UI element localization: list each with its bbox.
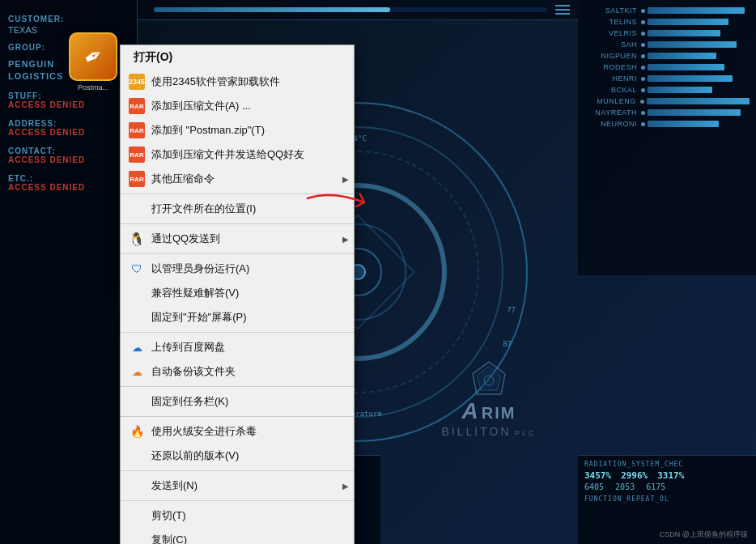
bar-row-sah: SAH — [584, 40, 750, 49]
ctx-item-restore[interactable]: 还原以前的版本(V) — [121, 444, 354, 468]
etc-label: ETC.: — [8, 174, 129, 183]
ctx-more-zip-label: 其他压缩命令 — [151, 172, 214, 186]
ctx-pin-taskbar-label: 固定到任务栏(K) — [151, 394, 228, 409]
bar-row-rodesh: RODESH — [584, 63, 750, 71]
bar-row-neuroni: NEURONI — [584, 120, 750, 128]
app-icon-label: Postma... — [69, 83, 117, 91]
contact-label: CONTACT: — [8, 147, 129, 155]
hamburger-menu[interactable] — [555, 5, 570, 15]
ctx-zip2-icon: RAR — [129, 122, 145, 138]
billiton-text: BILLITON PLC — [442, 424, 537, 439]
hud-num-right2: 87 — [503, 340, 512, 348]
csdn-watermark: CSDN @上班摸鱼的程序猿 — [660, 529, 748, 540]
ctx-more-zip-arrow: ▶ — [342, 175, 349, 184]
ctx-divider-6 — [121, 416, 354, 417]
right-bar-panel: SALTKIT TELINS VELRIS SAH NIGPUEN RODESH… — [578, 0, 756, 275]
ctx-copy-icon — [129, 532, 145, 544]
ctx-item-pin-start[interactable]: 固定到"开始"屏幕(P) — [121, 305, 354, 329]
ctx-item-add-zip-postman[interactable]: RAR 添加到 "Postman.zip"(T) — [121, 118, 354, 142]
context-menu: 打开(O) 2345 使用2345软件管家卸载软件 RAR 添加到压缩文件(A)… — [120, 45, 355, 544]
stuff-label: STUFF: — [8, 91, 129, 100]
ctx-item-send-to[interactable]: 发送到(N) ▶ — [121, 474, 354, 498]
ctx-pin-start-label: 固定到"开始"屏幕(P) — [151, 310, 247, 325]
ctx-item-uninstall[interactable]: 2345 使用2345软件管家卸载软件 — [121, 70, 354, 94]
bar-dot — [641, 9, 645, 13]
ctx-add-zip-send-label: 添加到压缩文件并发送给QQ好友 — [151, 147, 304, 162]
ctx-item-add-zip-send[interactable]: RAR 添加到压缩文件并发送给QQ好友 — [121, 142, 354, 167]
bar-label: MUNLENG — [584, 97, 636, 105]
bar-row-henri: HENRI — [584, 74, 750, 83]
bar-dot — [641, 122, 645, 126]
stat-sub1: 6405 — [584, 482, 604, 491]
ctx-zip1-icon: RAR — [129, 98, 145, 114]
bar-label: TELINS — [584, 18, 637, 26]
contact-denied: ACCESS DENIED — [8, 155, 129, 164]
ctx-compat-label: 兼容性疑难解答(V) — [151, 286, 239, 300]
ctx-pin-icon — [129, 309, 145, 325]
annotation-arrow — [299, 186, 397, 210]
stat-val2: 2996% — [621, 470, 648, 481]
stat-sub3: 6175 — [646, 482, 665, 491]
bar-label: HENRI — [584, 74, 637, 83]
bar-fill — [648, 53, 716, 59]
top-bar — [138, 0, 578, 20]
postman-pen-icon: ✒ — [79, 40, 108, 73]
ctx-item-compat[interactable]: 兼容性疑难解答(V) — [121, 281, 354, 305]
bar-fill — [648, 75, 733, 82]
bar-dot — [641, 32, 645, 36]
arim-brand-rim: RIM — [482, 404, 516, 423]
ctx-item-run-admin[interactable]: 🛡 以管理员身份运行(A) — [121, 257, 354, 281]
ctx-cut-label: 剪切(T) — [151, 508, 186, 523]
ctx-taskbar-icon — [129, 393, 145, 410]
ctx-open-header[interactable]: 打开(O) — [121, 45, 354, 70]
ctx-item-copy[interactable]: 复制(C) — [121, 528, 354, 544]
progress-bar-fill — [154, 7, 390, 12]
bar-fill — [648, 64, 724, 70]
stat-sub2: 2053 — [615, 482, 635, 491]
bar-row-velris: VELRIS — [584, 29, 750, 37]
postman-icon[interactable]: ✒ — [69, 32, 117, 81]
ctx-item-pin-taskbar[interactable]: 固定到任务栏(K) — [121, 389, 354, 414]
bar-dot — [641, 111, 645, 115]
stuff-denied: ACCESS DENIED — [8, 100, 129, 109]
stat-val1: 3457% — [584, 470, 611, 481]
ctx-2345-icon: 2345 — [129, 74, 145, 90]
ctx-uninstall-label: 使用2345软件管家卸载软件 — [151, 74, 280, 89]
ctx-auto-backup-label: 自动备份该文件夹 — [151, 364, 236, 379]
radiation-label: RADIATION_SYSTEM_CHEC — [584, 461, 750, 468]
ctx-item-fire-virus[interactable]: 🔥 使用火绒安全进行杀毒 — [121, 419, 354, 444]
bar-fill — [648, 7, 745, 14]
hud-num-right1: 77 — [507, 306, 516, 314]
bar-fill — [647, 98, 750, 104]
bar-row-telins: TELINS — [584, 18, 750, 26]
ctx-restore-label: 还原以前的版本(V) — [151, 448, 239, 463]
ctx-folder-icon — [129, 201, 145, 217]
ctx-restore-icon — [129, 448, 145, 464]
arim-text-group: A RIM — [462, 398, 516, 424]
stat-sub-row: 6405 2053 6175 — [584, 482, 750, 491]
ctx-item-cut[interactable]: 剪切(T) — [121, 504, 354, 528]
ctx-run-admin-label: 以管理员身份运行(A) — [151, 261, 249, 276]
bar-dot — [641, 43, 645, 47]
billiton-plc: PLC — [515, 429, 537, 437]
ctx-shield-icon: 🛡 — [129, 261, 145, 277]
bar-dot — [641, 20, 645, 24]
ctx-sendto-icon — [129, 478, 145, 494]
ctx-divider-5 — [121, 386, 354, 387]
ctx-copy-label: 复制(C) — [151, 533, 187, 544]
ctx-item-baidu-pan[interactable]: ☁ 上传到百度网盘 — [121, 335, 354, 359]
ctx-item-auto-backup[interactable]: ☁ 自动备份该文件夹 — [121, 359, 354, 384]
bar-dot — [641, 66, 645, 70]
bar-fill — [648, 109, 741, 116]
ctx-send-to-arrow: ▶ — [342, 482, 349, 491]
ctx-item-add-zip-a[interactable]: RAR 添加到压缩文件(A) ... — [121, 94, 354, 118]
bar-label: NAYREATH — [584, 108, 637, 117]
ctx-item-send-qq[interactable]: 🐧 通过QQ发送到 ▶ — [121, 227, 354, 251]
bar-fill — [648, 41, 737, 48]
bar-label: VELRIS — [584, 29, 637, 37]
bar-row-munleng: MUNLENG — [584, 97, 750, 105]
customer-label: CUSTOMER: — [8, 15, 129, 23]
address-label: ADDRESS: — [8, 119, 129, 128]
progress-bar-container — [154, 7, 547, 12]
ctx-compat-icon — [129, 285, 145, 301]
